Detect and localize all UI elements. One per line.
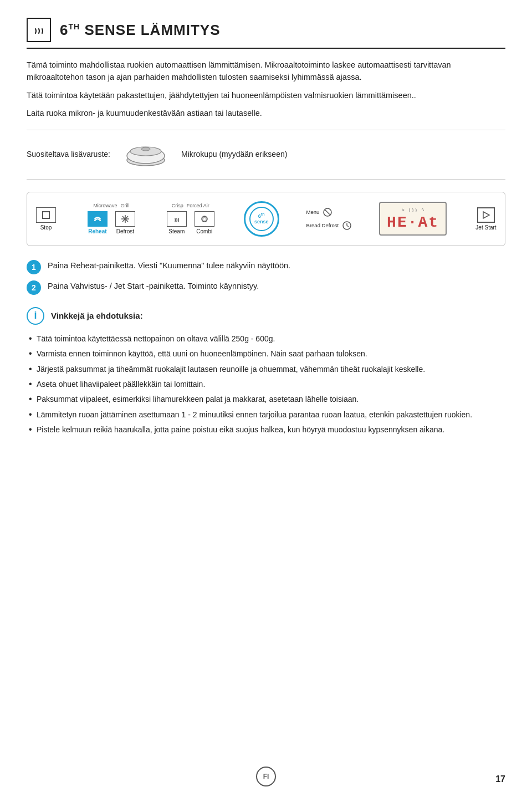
steam-label: Steam [168, 228, 185, 234]
menu-label: Menu [306, 209, 320, 215]
defrost-icon-box [115, 211, 135, 227]
reheat-label: Reheat [88, 228, 106, 234]
combi-button[interactable]: Combi [192, 211, 217, 234]
info-section: i Vinkkejä ja ehdotuksia: Tätä toimintoa… [27, 307, 505, 436]
list-item: Järjestä paksummat ja tiheämmät ruokalaj… [27, 363, 505, 375]
display-icons-svg: ≈ ))) ∿∿∿ [402, 206, 424, 212]
steam-icon [172, 214, 181, 223]
defrost-label: Defrost [116, 228, 134, 234]
accessory-description: Mikrokupu (myydään erikseen) [181, 149, 287, 160]
stop-icon [42, 211, 50, 219]
step-2-circle: 2 [27, 280, 41, 295]
list-item: Lämmitetyn ruoan jättäminen asettumaan 1… [27, 408, 505, 421]
svg-point-3 [141, 147, 150, 151]
page-number: 17 [495, 774, 505, 784]
bread-defrost-label: Bread Defrost [306, 222, 339, 228]
menu-row: Menu [306, 207, 333, 217]
accessory-row: Suositeltava lisävaruste: Mikrokupu (myy… [27, 130, 505, 180]
step-2-text: Paina Vahvistus- / Jet Start -painiketta… [48, 280, 259, 292]
accessory-label: Suositeltava lisävaruste: [27, 149, 110, 160]
jet-start-label: Jet Start [475, 224, 496, 231]
display-screen: ≈ ))) ∿∿∿ HE·At [379, 202, 447, 236]
dial-inner: 6th sense [249, 207, 274, 231]
crisp-steam-section: Crisp Forced Air Steam [165, 203, 217, 234]
svg-line-14 [347, 226, 349, 227]
reheat-icon [93, 214, 102, 223]
crisp-label: Crisp [172, 203, 183, 208]
defrost-button[interactable]: Defrost [113, 211, 137, 234]
page-header: 6TH SENSE LÄMMITYS [27, 18, 505, 49]
intro-para-3: Laita ruoka mikron- ja kuumuudenkestävää… [27, 107, 505, 119]
list-item: Tätä toimintoa käytettäessä nettopainon … [27, 333, 505, 345]
crisp-forcedair-labels: Crisp Forced Air [172, 203, 209, 209]
defrost-icon [121, 214, 130, 223]
reheat-icon-box [88, 211, 108, 227]
info-header: i Vinkkejä ja ehdotuksia: [27, 307, 505, 325]
display-text: HE·At [387, 214, 439, 231]
stop-label: Stop [40, 224, 52, 231]
turntable-svg [124, 139, 168, 170]
fi-badge: FI [256, 767, 276, 786]
list-item: Pistele kelmuun reikiä haarukalla, jotta… [27, 423, 505, 436]
top-labels-row: Microwave Grill [93, 203, 129, 209]
dial-outer: 6th sense [244, 201, 279, 237]
stop-icon-box [36, 207, 56, 223]
combi-icon [200, 214, 209, 223]
sixth-sense-dial[interactable]: 6th sense [244, 201, 279, 237]
jet-start-icon-box [477, 207, 495, 223]
reheat-button[interactable]: Reheat [85, 211, 110, 234]
step-2-row: 2 Paina Vahvistus- / Jet Start -painiket… [27, 280, 505, 295]
steps-section: 1 Paina Reheat-painiketta. Viesti "Kuume… [27, 259, 505, 295]
steam-combi-row: Steam Combi [165, 211, 217, 234]
intro-para-2: Tätä toimintoa käytetään pakastettujen, … [27, 89, 505, 101]
list-item: Paksummat viipaleet, esimerkiksi lihamur… [27, 393, 505, 405]
svg-rect-4 [43, 212, 49, 218]
combi-icon-box [195, 211, 214, 227]
svg-marker-16 [483, 212, 489, 218]
microwave-label: Microwave [93, 203, 117, 208]
tips-list: Tätä toimintoa käytettäessä nettopainon … [27, 333, 505, 436]
step-1-row: 1 Paina Reheat-painiketta. Viesti "Kuume… [27, 259, 505, 274]
stop-button[interactable]: Stop [34, 207, 58, 231]
menu-bread-section: Menu Bread Defrost [306, 207, 352, 231]
step-1-circle: 1 [27, 260, 41, 274]
combi-label: Combi [196, 228, 212, 234]
control-panel: Stop Microwave Grill Reheat [27, 192, 505, 246]
play-icon [481, 210, 491, 220]
page-title: 6TH SENSE LÄMMITYS [60, 22, 221, 39]
microwave-reheat-section: Microwave Grill Reheat [85, 203, 137, 234]
grill-label: Grill [120, 203, 129, 208]
forced-air-label: Forced Air [187, 203, 209, 208]
steam-icon-box [167, 211, 187, 227]
svg-line-11 [325, 210, 330, 214]
svg-text:≈ ))) ∿∿∿: ≈ ))) ∿∿∿ [402, 207, 424, 212]
cancel-icon [323, 207, 332, 217]
reheat-defrost-row: Reheat Defrost [85, 211, 137, 234]
display-top-icons: ≈ ))) ∿∿∿ [387, 206, 439, 213]
feature-icon [27, 18, 51, 42]
turntable-image [124, 138, 168, 171]
clock-icon [342, 221, 352, 231]
intro-para-1: Tämä toiminto mahdollistaa ruokien autom… [27, 59, 505, 84]
steam-button[interactable]: Steam [165, 211, 189, 234]
step-1-text: Paina Reheat-painiketta. Viesti "Kuumenn… [48, 259, 290, 272]
steam-waves-icon [31, 22, 47, 38]
tips-title: Vinkkejä ja ehdotuksia: [51, 311, 143, 320]
bread-defrost-row: Bread Defrost [306, 221, 352, 231]
jet-start-button[interactable]: Jet Start [474, 207, 498, 231]
info-icon: i [27, 307, 44, 325]
list-item: Varmista ennen toiminnon käyttöä, että u… [27, 348, 505, 360]
list-item: Aseta ohuet lihaviipaleet päällekkäin ta… [27, 378, 505, 390]
dial-text: 6th sense [254, 212, 269, 225]
